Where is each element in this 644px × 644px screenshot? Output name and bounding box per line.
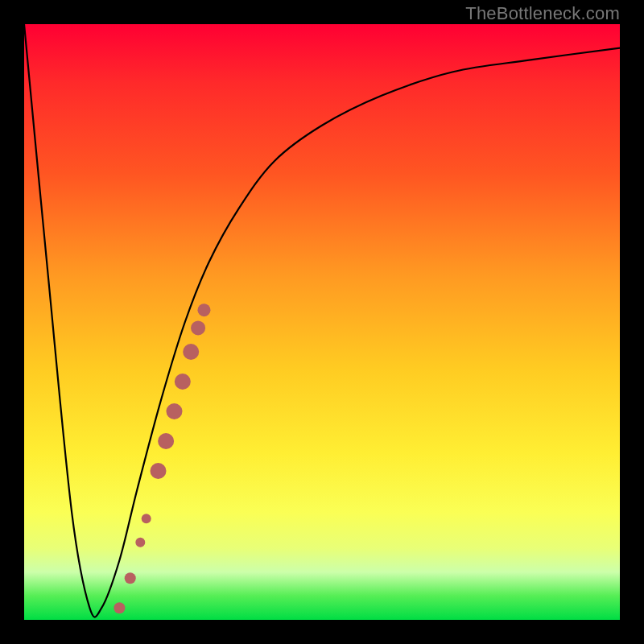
- data-point: [125, 572, 136, 584]
- data-point: [175, 374, 191, 390]
- plot-area: [24, 24, 620, 620]
- data-point: [151, 463, 167, 479]
- data-point: [197, 303, 210, 316]
- data-point: [135, 538, 145, 547]
- bottleneck-chart: TheBottleneck.com: [0, 0, 644, 644]
- data-point: [114, 602, 125, 613]
- data-point: [183, 344, 199, 360]
- curve-svg: [24, 24, 620, 620]
- curve-points: [114, 303, 210, 613]
- data-point: [166, 403, 182, 419]
- data-point: [142, 514, 151, 523]
- bottleneck-curve-path: [24, 24, 620, 617]
- data-point: [158, 433, 174, 449]
- data-point: [191, 320, 205, 335]
- watermark-text: TheBottleneck.com: [465, 3, 620, 24]
